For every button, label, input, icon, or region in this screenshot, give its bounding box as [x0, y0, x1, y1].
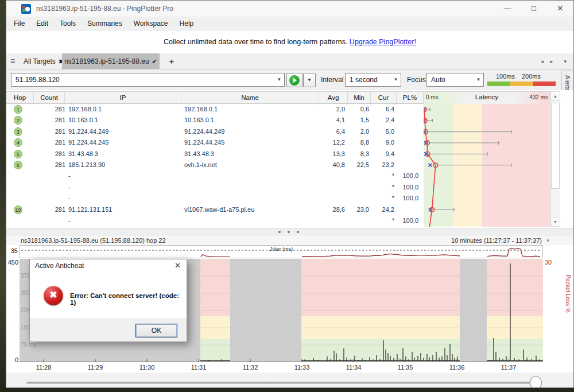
col-pl[interactable]: PL% [397, 92, 424, 104]
y-zero-label: 0 [6, 356, 18, 363]
scroll-down-icon[interactable]: ▼ [550, 217, 560, 227]
scrollbar-thumb[interactable] [551, 103, 560, 189]
tab-scroll-left-icon[interactable]: ◂ [541, 59, 544, 64]
x-axis-label: 11:29 [84, 364, 107, 371]
x-axis-label: 11:32 [239, 364, 262, 371]
menu-summaries[interactable]: Summaries [82, 17, 128, 31]
start-options-dropdown[interactable]: ▼ [303, 73, 316, 87]
packet-loss-max-label: 30 [545, 259, 552, 266]
cell-name: ovh.1-ix.net [184, 160, 319, 170]
hop-badge: 4 [14, 138, 22, 147]
cell-cur: * [371, 182, 394, 193]
menu-edit[interactable]: Edit [30, 17, 54, 31]
menu-bar: FileEditToolsSummariesWorkspaceHelp [6, 17, 573, 31]
hamburger-icon[interactable]: ≡ [10, 57, 19, 65]
timeline-range-dropdown-icon[interactable]: ▾ [546, 238, 549, 243]
toolbar: 51.195.88.120 ▼ ▼ Interval 1 second ▼ Fo… [6, 69, 573, 90]
cell-cur: 5,0 [371, 126, 394, 137]
table-scrollbar[interactable]: ▲ ▼ [550, 91, 560, 227]
interval-select[interactable]: 1 second ▼ [345, 73, 401, 87]
interval-dropdown-icon[interactable]: ▼ [391, 73, 401, 86]
cell-avg: 40,8 [316, 160, 345, 170]
col-hop[interactable]: Hop [6, 92, 34, 104]
cell-cur: 24,1 [371, 226, 394, 227]
cell-pl [395, 226, 418, 227]
start-trace-button[interactable] [286, 73, 302, 87]
cell-min: 8,3 [346, 149, 369, 160]
col-min[interactable]: Min [348, 92, 371, 104]
focus-select[interactable]: Auto ▼ [426, 73, 484, 87]
hop-latency-minigraph [424, 104, 550, 227]
dialog-close-icon[interactable]: ✕ [174, 261, 181, 270]
cell-pl: 100,0 [395, 170, 418, 181]
col-cur[interactable]: Cur [371, 92, 397, 104]
cell-count: 281 [28, 149, 65, 160]
graph-max-label: 432 ms [529, 94, 548, 100]
ok-button[interactable]: OK [135, 324, 177, 337]
minimize-button[interactable]: — [494, 1, 521, 17]
cell-cur: 2,4 [371, 115, 394, 126]
menu-tools[interactable]: Tools [54, 17, 82, 31]
col-name[interactable]: Name [181, 92, 319, 104]
close-button[interactable]: ✕ [547, 1, 573, 17]
cell-ip: 91.121.131.1 [68, 226, 177, 227]
hop-badge: 2 [14, 116, 22, 125]
timeline-header: ns3181963.ip-51-195-88.eu (51.195.88.120… [6, 236, 573, 245]
cell-name [184, 215, 319, 226]
table-header-row: Hop Count IP Name Avg Min Cur PL% 0 ms L… [6, 91, 550, 104]
scale-100ms-label: 100ms [496, 73, 515, 80]
title-bar[interactable]: ns3181963.ip-51-195-88.eu - PingPlotter … [6, 1, 573, 17]
target-input[interactable]: 51.195.88.120 ▼ [11, 73, 285, 87]
cell-ip: 31.43.48.3 [68, 149, 177, 160]
hop-table: Hop Count IP Name Avg Min Cur PL% 0 ms L… [6, 90, 573, 228]
upgrade-link[interactable]: Upgrade PingPlotter! [350, 38, 416, 46]
cell-ip: 192.168.0.1 [68, 104, 177, 115]
cell-min: 23,0 [346, 204, 369, 215]
cell-min: 0,6 [346, 104, 369, 115]
cell-pl: 100,0 [395, 215, 418, 226]
cell-ip: 91.121.131.151 [68, 204, 177, 215]
cell-count [28, 182, 65, 193]
cell-avg: 2,0 [316, 104, 345, 115]
app-icon [21, 4, 31, 14]
cell-ip: 10.163.0.1 [68, 115, 177, 126]
new-tab-button[interactable]: + [165, 53, 179, 69]
x-axis-label: 11:31 [187, 364, 210, 371]
dialog-title-bar[interactable]: Active Anticheat ✕ [30, 259, 187, 272]
timeline-slider-thumb[interactable] [530, 376, 542, 388]
menu-help[interactable]: Help [174, 17, 200, 31]
cell-cur: 23,2 [371, 160, 394, 170]
timeline-slider-track[interactable] [26, 382, 540, 384]
timeline-range-label[interactable]: 10 minutes (11:27:37 - 11:37:37) [451, 237, 542, 244]
tab-overflow-icon[interactable]: ▾ [564, 59, 567, 64]
cell-avg: 4,1 [316, 115, 345, 126]
menu-workspace[interactable]: Workspace [128, 17, 174, 31]
pingplotter-window: ns3181963.ip-51-195-88.eu - PingPlotter … [6, 0, 574, 388]
target-dropdown-icon[interactable]: ▼ [274, 73, 284, 86]
cell-min [346, 182, 369, 193]
cell-pl [395, 104, 418, 115]
col-avg[interactable]: Avg [319, 92, 348, 104]
cell-name: vl1067.waw-d1-a75.pl.eu [184, 204, 319, 215]
col-ip[interactable]: IP [65, 92, 181, 104]
hop-badge: 6 [14, 161, 22, 169]
tab-scroll-right-icon[interactable]: ▸ [550, 59, 553, 64]
tab-all-targets[interactable]: All Targets✖ [20, 53, 67, 69]
scroll-up-icon[interactable]: ▲ [550, 91, 560, 101]
menu-file[interactable]: File [8, 17, 30, 31]
dialog-message: Error: Can't connect server! (code: 1) [70, 292, 187, 306]
cell-name [184, 170, 319, 181]
dialog-title: Active Anticheat [35, 262, 84, 270]
col-count[interactable]: Count [34, 92, 65, 104]
cell-pl: 100,0 [395, 182, 418, 193]
cell-count: 281 [28, 137, 65, 148]
pane-splitter[interactable]: ● ● ● [6, 228, 573, 236]
scale-200ms-label: 200ms [522, 73, 541, 80]
x-axis-label: 11:37 [497, 364, 520, 371]
maximize-button[interactable]: □ [521, 1, 547, 17]
cell-avg: 13,3 [316, 149, 345, 160]
dialog-footer: OK [30, 319, 187, 341]
focus-dropdown-icon[interactable]: ▼ [474, 73, 483, 86]
cell-pl [395, 149, 418, 160]
tab-active-target[interactable]: ns3181963.ip-51-195-88.eu✔ [62, 53, 160, 69]
